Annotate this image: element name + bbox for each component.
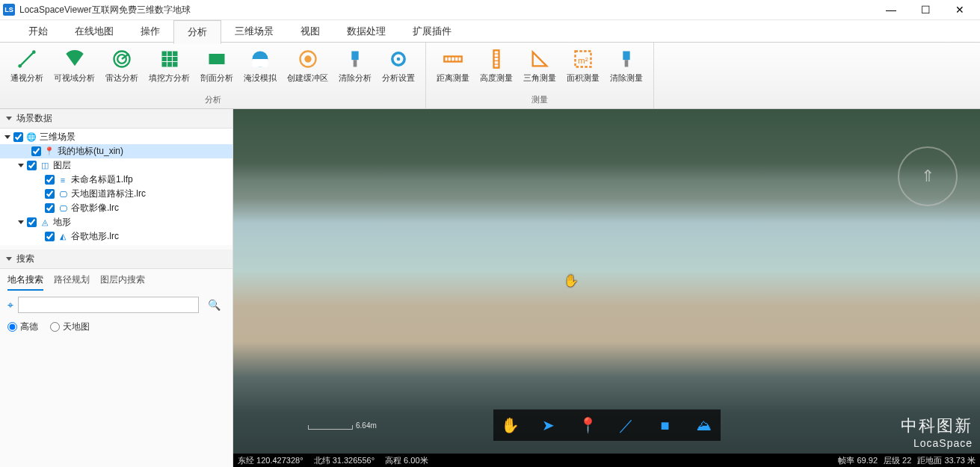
tool-select[interactable]: ➤ [540, 416, 558, 434]
measure-distance-label: 距离测量 [437, 72, 469, 84]
window-title: LocaSpaceViewer互联网免费三维数字地球 [19, 4, 874, 16]
node-scene[interactable]: 🌐三维场景 [0, 130, 232, 144]
analysis-section-icon [206, 49, 227, 69]
search-row: ⌖ 🔍 [0, 294, 232, 316]
menu-1[interactable]: 在线地图 [61, 20, 127, 43]
node-file-lfp-checkbox[interactable] [45, 175, 55, 185]
chevron-down-icon[interactable] [18, 220, 24, 224]
node-tianditu-road[interactable]: 🖵天地图道路标注.lrc [0, 187, 232, 201]
node-my-landmark-checkbox[interactable] [31, 146, 41, 156]
viewport-3d[interactable]: ✋ ⇑ 6.64m ✋➤📍／■⛰ 中科图新 LocaSpace 东经 120.4… [233, 109, 980, 467]
radio-input-0[interactable] [7, 322, 17, 332]
tool-dock: ✋➤📍／■⛰ [493, 409, 721, 441]
menu-5[interactable]: 视图 [287, 20, 333, 43]
status-lon: 东经 120.427328° [238, 455, 303, 466]
analysis-flood[interactable]: 淹没模拟 [239, 46, 281, 93]
analysis-clear[interactable]: 清除分析 [334, 46, 376, 93]
analysis-settings[interactable]: 分析设置 [377, 46, 419, 93]
minimize-button[interactable]: — [874, 0, 908, 19]
radio-1[interactable]: 天地图 [50, 321, 90, 333]
chevron-down-icon[interactable] [4, 135, 10, 139]
analysis-radar[interactable]: 雷达分析 [101, 46, 143, 93]
search-tab-1[interactable]: 路径规划 [54, 273, 90, 291]
node-google-terrain-checkbox[interactable] [45, 232, 55, 241]
analysis-section[interactable]: 剖面分析 [196, 46, 238, 93]
analysis-cutfill[interactable]: 填挖方分析 [144, 46, 194, 93]
tool-rect[interactable]: ■ [656, 417, 674, 434]
node-tianditu-road-label: 天地图道路标注.lrc [71, 188, 146, 200]
menu-7[interactable]: 扩展插件 [399, 20, 465, 43]
menu-6[interactable]: 数据处理 [333, 20, 399, 43]
node-google-image-checkbox[interactable] [45, 203, 55, 213]
panel-scene-header[interactable]: 场景数据 [0, 109, 232, 129]
search-tabs: 地名搜索路径规划图层内搜索 [0, 269, 232, 294]
node-google-terrain[interactable]: ◭谷歌地形.lrc [0, 229, 232, 244]
node-google-terrain-label: 谷歌地形.lrc [71, 230, 119, 243]
status-ground: 距地面 33.73 米 [917, 455, 976, 466]
node-my-landmark[interactable]: 📍我的地标(tu_xin) [0, 144, 232, 158]
tool-line[interactable]: ／ [617, 415, 635, 436]
menu-4[interactable]: 三维场景 [221, 20, 287, 43]
ribbon-group-label: 测量 [432, 93, 647, 107]
ribbon: 通视分析可视域分析雷达分析填挖方分析剖面分析淹没模拟创建缓冲区清除分析分析设置分… [0, 42, 980, 109]
provider-radios: 高德天地图 [0, 316, 232, 338]
node-my-landmark-label: 我的地标(tu_xin) [58, 145, 123, 158]
node-file-lfp[interactable]: ≡未命名标题1.lfp [0, 173, 232, 187]
analysis-sight-label: 通视分析 [10, 72, 43, 84]
measure-distance[interactable]: 距离测量 [432, 46, 474, 93]
analysis-radar-label: 雷达分析 [105, 72, 138, 84]
analysis-cutfill-label: 填挖方分析 [149, 72, 190, 84]
measure-area[interactable]: m²面积测量 [562, 46, 604, 93]
terrain-icon: ◬ [40, 217, 50, 228]
search-tab-0[interactable]: 地名搜索 [7, 273, 43, 291]
analysis-flood-label: 淹没模拟 [244, 72, 277, 84]
statusbar: 东经 120.427328° 北纬 31.326556° 高程 6.00米 帧率… [233, 454, 980, 467]
measure-clear[interactable]: 清除测量 [605, 46, 647, 93]
analysis-visibility[interactable]: 可视域分析 [49, 46, 99, 93]
titlebar: LS LocaSpaceViewer互联网免费三维数字地球 — ☐ ✕ [0, 0, 980, 19]
analysis-settings-icon [388, 49, 409, 69]
search-tab-2[interactable]: 图层内搜索 [100, 273, 145, 291]
menu-0[interactable]: 开始 [15, 20, 61, 43]
panel-search-header[interactable]: 搜索 [0, 250, 232, 269]
node-layers[interactable]: ◫图层 [0, 158, 232, 173]
node-tianditu-road-checkbox[interactable] [45, 189, 55, 199]
tool-marker[interactable]: 📍 [579, 416, 597, 434]
chevron-down-icon[interactable] [18, 164, 24, 167]
tool-pan[interactable]: ✋ [501, 416, 519, 434]
measure-triangle[interactable]: 三角测量 [519, 46, 561, 93]
radio-0[interactable]: 高德 [7, 321, 38, 333]
analysis-sight[interactable]: 通视分析 [6, 46, 48, 93]
monitor-icon: 🖵 [58, 203, 68, 214]
analysis-visibility-icon [64, 49, 85, 69]
measure-height[interactable]: 高度测量 [475, 46, 517, 93]
node-scene-checkbox[interactable] [13, 132, 23, 142]
measure-height-label: 高度测量 [480, 72, 513, 84]
ribbon-group-label: 分析 [6, 93, 419, 107]
node-terrain-checkbox[interactable] [27, 217, 37, 227]
search-icon[interactable]: 🔍 [203, 299, 225, 311]
file-icon: ≡ [58, 175, 68, 185]
radio-label-1: 天地图 [63, 321, 90, 333]
node-google-image[interactable]: 🖵谷歌影像.lrc [0, 201, 232, 215]
node-terrain-label: 地形 [53, 216, 71, 229]
analysis-buffer[interactable]: 创建缓冲区 [283, 46, 333, 93]
brand-cn: 中科图新 [901, 415, 973, 437]
node-layers-checkbox[interactable] [27, 161, 37, 170]
maximize-button[interactable]: ☐ [908, 0, 943, 19]
svg-rect-17 [494, 50, 499, 67]
menu-3[interactable]: 分析 [173, 20, 221, 44]
svg-rect-9 [253, 59, 268, 67]
measure-clear-label: 清除测量 [610, 72, 643, 84]
compass-icon[interactable]: ⇑ [898, 146, 958, 206]
close-button[interactable]: ✕ [943, 0, 977, 19]
analysis-visibility-label: 可视域分析 [54, 72, 95, 84]
menu-2[interactable]: 操作 [127, 20, 173, 43]
radio-input-1[interactable] [50, 322, 60, 332]
measure-height-icon [486, 49, 507, 69]
node-layers-label: 图层 [53, 159, 71, 172]
analysis-sight-icon [16, 49, 37, 69]
node-terrain[interactable]: ◬地形 [0, 215, 232, 229]
search-input[interactable] [18, 297, 199, 313]
tool-3d[interactable]: ⛰ [695, 417, 713, 434]
